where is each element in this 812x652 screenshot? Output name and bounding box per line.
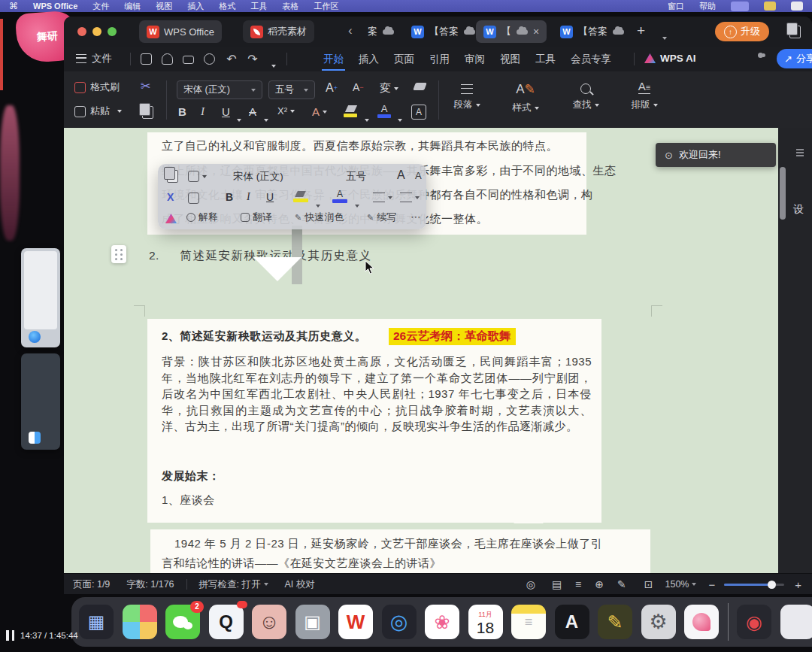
mini-font-color-chevron[interactable] — [352, 197, 359, 211]
system-settings-icon[interactable]: ⚙ — [641, 605, 676, 639]
mini-font-family[interactable]: 宋体 (正文) — [233, 170, 283, 183]
print-button[interactable] — [180, 50, 196, 67]
file-menu-button[interactable]: 文件 — [76, 52, 112, 65]
apple-menu-icon[interactable]: ⌘ — [9, 1, 18, 11]
mini-bold-button[interactable]: B — [226, 191, 233, 203]
document-canvas[interactable]: 立了自己的礼义和官服制度。西夏信奉原始宗教，其舞蹈具有本民族的特点。 综上所述，… — [64, 128, 778, 573]
zoom-in-button[interactable]: + — [795, 578, 801, 591]
copy-button[interactable] — [142, 106, 153, 119]
mini-list-button[interactable] — [373, 193, 392, 202]
safari-icon[interactable]: ◎ — [382, 605, 417, 639]
undo-button[interactable]: ↶ — [223, 50, 240, 67]
font-color-chevron-icon[interactable] — [395, 111, 402, 125]
design-swirl-app-icon[interactable] — [684, 605, 719, 639]
launchpad-icon[interactable] — [123, 605, 157, 639]
ribbon-tab-home[interactable]: 开始 — [322, 50, 345, 71]
format-painter-button[interactable]: 格式刷 — [74, 80, 120, 94]
notes-icon[interactable]: ≡ — [511, 605, 546, 639]
wechat-icon[interactable]: 2 — [165, 605, 200, 639]
mini-more-button[interactable]: ⋯ — [411, 211, 421, 223]
layout-group-button[interactable]: A≡ 排版 — [625, 80, 664, 111]
toolbox-app-icon[interactable]: ▣ — [295, 605, 330, 639]
eye-protection-icon[interactable]: ◎ — [526, 578, 535, 590]
strikethrough-chevron-icon[interactable] — [261, 111, 268, 125]
mini-cut-button[interactable]: X — [167, 191, 174, 203]
mini-highlight-chevron[interactable] — [313, 197, 320, 211]
ai-proofread-button[interactable]: AI 校对 — [285, 578, 315, 591]
menubar-item-help[interactable]: 帮助 — [699, 1, 716, 12]
menubar-item-insert[interactable]: 插入 — [187, 1, 204, 12]
control-center-icon[interactable] — [791, 2, 803, 11]
page-indicator[interactable]: 页面: 1/9 — [73, 578, 110, 591]
mini-font-size[interactable]: 五号 — [346, 170, 366, 183]
paragraph-group-button[interactable]: 段落 — [447, 80, 486, 111]
status-menu-icon[interactable] — [764, 2, 776, 11]
photos-icon[interactable]: ❀ — [425, 605, 459, 639]
zoom-out-button[interactable]: − — [708, 578, 715, 591]
menubar-app-name[interactable]: WPS Office — [33, 2, 77, 11]
text-effect-button[interactable]: 変 — [380, 81, 398, 96]
close-window-button[interactable] — [77, 27, 86, 36]
bold-button[interactable]: B — [178, 105, 186, 118]
mini-ai-polish-button[interactable]: ✎ 快速润色 — [295, 211, 344, 224]
doc-line[interactable]: 立了自己的礼义和官服制度。西夏信奉原始宗教，其舞蹈具有本民族的特点。 — [162, 139, 558, 153]
web-view-icon[interactable]: ⊕ — [595, 578, 604, 590]
fullscreen-icon[interactable]: ⊡ — [644, 578, 653, 590]
mini-format-painter-button[interactable] — [188, 193, 199, 204]
mini-increase-font-button[interactable]: A — [397, 168, 405, 182]
font-size-select[interactable]: 五号 — [268, 80, 315, 99]
character-border-button[interactable]: A — [411, 105, 426, 120]
underline-chevron-icon[interactable] — [234, 111, 241, 125]
answer-heading[interactable]: 2、简述延安新秧歌运动及其历史意义。 — [162, 329, 366, 344]
highlight-color-button[interactable] — [344, 105, 359, 117]
mini-italic-button[interactable]: I — [247, 191, 250, 203]
doc-tab-1[interactable]: 案 — [360, 20, 401, 43]
mini-paste-button[interactable] — [188, 171, 207, 182]
tab-scroll-left-icon[interactable]: ‹ — [348, 23, 353, 38]
share-button[interactable]: ↗ 分享 — [777, 49, 812, 68]
window-thumbnail-browser[interactable] — [21, 248, 60, 347]
mini-highlight-button[interactable] — [293, 191, 308, 202]
spellcheck-toggle[interactable]: 拼写检查: 打开 — [199, 578, 268, 591]
paste-button[interactable]: 粘贴 — [74, 105, 122, 118]
qq-icon[interactable]: Q — [209, 605, 244, 639]
upgrade-button[interactable]: ↑ 升级 — [715, 22, 769, 41]
ink-pen-icon[interactable]: ✎ — [617, 578, 626, 590]
menubar-item-workspace[interactable]: 工作区 — [314, 1, 338, 12]
tab-wps-home[interactable]: W WPS Office — [139, 20, 222, 43]
doc-tab-3[interactable]: W 【答案 — [553, 20, 632, 43]
mini-underline-button[interactable]: U — [266, 191, 274, 203]
menubar-item-window[interactable]: 窗口 — [668, 1, 684, 12]
clear-format-button[interactable] — [413, 83, 427, 90]
contact-avatar-icon[interactable]: ☺ — [252, 605, 286, 639]
wps-ai-button[interactable]: WPS AI — [644, 53, 696, 64]
mini-copy-button[interactable] — [167, 170, 178, 183]
tab-docer[interactable]: 稻壳素材 — [243, 20, 314, 43]
drag-handle[interactable] — [111, 245, 126, 263]
italic-button[interactable]: I — [201, 105, 205, 118]
doc-line[interactable]: 1942 年 5 月 2 日-23 日，延安杨家岭，文艺干部座谈会，毛主席在座谈… — [174, 537, 602, 551]
doc-tab-active[interactable]: W 【 × — [476, 20, 547, 43]
superscript-button[interactable]: X² — [277, 105, 295, 117]
exam-tag-highlight[interactable]: 26云艺考纲：革命歌舞 — [389, 328, 516, 345]
mini-font-color-button[interactable]: A — [332, 190, 347, 203]
mini-ai-translate-button[interactable]: 翻译 — [241, 211, 272, 224]
doc-tab-2[interactable]: W 【答案 — [404, 20, 483, 43]
welcome-toast[interactable]: ⊙ 欢迎回来! — [656, 143, 776, 167]
menubar-item-table[interactable]: 表格 — [282, 1, 298, 12]
wps-office-icon[interactable]: W — [338, 605, 373, 639]
input-source-icon[interactable] — [731, 2, 749, 11]
ribbon-tab-insert[interactable]: 插入 — [357, 50, 380, 69]
quickbar-more-icon[interactable] — [268, 57, 276, 71]
find-group-button[interactable]: 查找 — [566, 80, 605, 111]
zoom-window-button[interactable] — [108, 27, 117, 36]
minimize-window-button[interactable] — [92, 27, 102, 36]
panel-settings-label[interactable]: 设 — [793, 203, 804, 217]
ribbon-tab-member[interactable]: 会员专享 — [569, 50, 613, 69]
tab-list-chevron-icon[interactable] — [659, 29, 667, 43]
screen-recorder-icon[interactable]: ◉ — [737, 605, 771, 639]
calendar-icon[interactable]: 11月 18 — [468, 605, 503, 639]
answer-dev-heading[interactable]: 发展始末： — [162, 469, 220, 484]
outline-view-icon[interactable]: ≡ — [575, 578, 581, 590]
ribbon-tab-page[interactable]: 页面 — [392, 50, 416, 69]
